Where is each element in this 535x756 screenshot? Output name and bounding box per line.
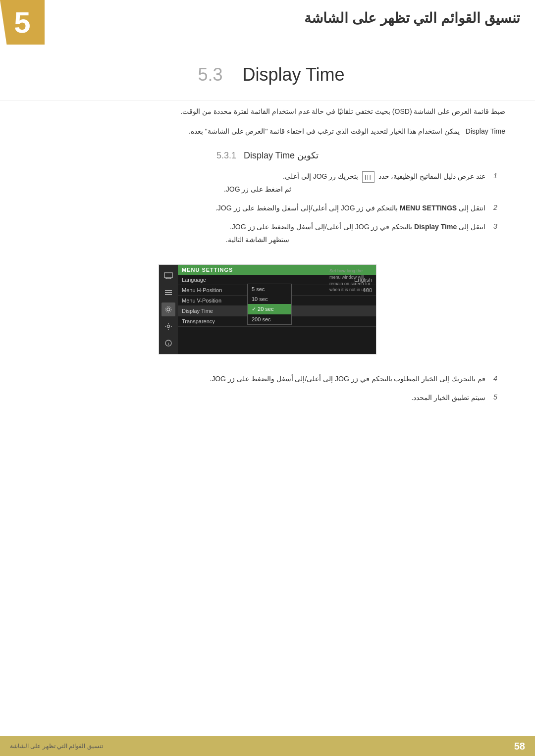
svg-rect-0 bbox=[164, 273, 172, 278]
osd-main-panel: MENU SETTINGS Language English Menu H-Po… bbox=[178, 265, 376, 354]
main-content: ضبط قائمة العرض على الشاشة (OSD) بحيث تخ… bbox=[0, 105, 535, 404]
step-text-4: قم بالتحريك إلى الخيار المطلوب بالتحكم ف… bbox=[30, 373, 485, 385]
svg-rect-5 bbox=[165, 292, 172, 293]
osd-icon-info: i bbox=[161, 336, 175, 350]
osd-dropdown-200sec: 200 sec bbox=[248, 314, 291, 324]
subsection-number: 5.3.1 bbox=[216, 151, 236, 161]
svg-point-7 bbox=[167, 308, 170, 311]
osd-item-transparency-label: Transparency bbox=[182, 318, 215, 324]
screenshot-wrapper: i MENU SETTINGS Language English Menu H-… bbox=[30, 254, 505, 364]
step-number-3: 3 bbox=[485, 221, 505, 246]
chapter-number: 5 bbox=[0, 0, 45, 45]
osd-hint-text: Set how long the menu window will remain… bbox=[326, 265, 376, 296]
step-number-4: 4 bbox=[485, 373, 505, 385]
osd-dropdown-20sec: ✓ 20 sec bbox=[248, 304, 291, 314]
chapter-header: تنسيق القوائم التي تظهر على الشاشة 5 bbox=[0, 0, 535, 45]
display-time-label: Display Time bbox=[466, 125, 505, 138]
step-5: 5 سيتم تطبيق الخيار المحدد. bbox=[30, 392, 505, 404]
svg-point-8 bbox=[165, 306, 171, 312]
section-title: 5.3 Display Time bbox=[0, 64, 535, 85]
subsection-title: تكوين Display Time bbox=[244, 150, 319, 161]
steps-list-2: 4 قم بالتحريك إلى الخيار المطلوب بالتحكم… bbox=[30, 373, 505, 404]
osd-sidebar: i bbox=[159, 265, 178, 354]
svg-rect-4 bbox=[165, 290, 172, 291]
jog-icon-1: ||| bbox=[362, 171, 374, 183]
intro-line2: Display Time يمكن استخدام هذا الخيار لتح… bbox=[30, 125, 505, 138]
section-name: Display Time bbox=[243, 64, 345, 85]
osd-icon-monitor bbox=[161, 269, 175, 283]
step-1: 1 عند عرض دليل المفاتيح الوظيفية، حدد ||… bbox=[30, 171, 505, 196]
step-number-2: 2 bbox=[485, 202, 505, 214]
osd-item-hpos-label: Menu H-Position bbox=[182, 287, 222, 293]
step-text-1: عند عرض دليل المفاتيح الوظيفية، حدد ||| … bbox=[30, 171, 485, 196]
osd-icon-settings bbox=[161, 302, 175, 316]
osd-dropdown: 5 sec 10 sec ✓ 20 sec 200 sec bbox=[247, 284, 292, 325]
step-3: 3 انتقل إلى Display Time بالتحكم في زر J… bbox=[30, 221, 505, 246]
step-1-subline: ثم اضغط على زر JOG. bbox=[30, 184, 485, 196]
divider bbox=[0, 100, 535, 101]
svg-rect-6 bbox=[165, 294, 172, 295]
svg-text:i: i bbox=[168, 342, 169, 346]
step-number-1: 1 bbox=[485, 171, 505, 196]
footer-label: تنسيق القوائم التي تظهر على الشاشة bbox=[10, 743, 103, 750]
step-text-2: انتقل إلى MENU SETTINGS بالتحكم في زر JO… bbox=[30, 202, 485, 214]
osd-icon-bars bbox=[161, 286, 175, 300]
osd-screenshot: i MENU SETTINGS Language English Menu H-… bbox=[159, 264, 376, 354]
footer-page-number: 58 bbox=[514, 741, 525, 752]
page-footer: تنسيق القوائم التي تظهر على الشاشة 58 bbox=[0, 736, 535, 756]
chapter-title: تنسيق القوائم التي تظهر على الشاشة bbox=[45, 0, 535, 36]
svg-point-9 bbox=[167, 325, 170, 328]
step-3-subline: ستظهر الشاشة التالية. bbox=[30, 234, 485, 246]
osd-dropdown-10sec: 10 sec bbox=[248, 294, 291, 304]
subsection-heading: 5.3.1 تكوين Display Time bbox=[30, 150, 505, 161]
section-number: 5.3 bbox=[198, 64, 222, 85]
osd-item-vpos-label: Menu V-Position bbox=[182, 298, 221, 303]
step-4: 4 قم بالتحريك إلى الخيار المطلوب بالتحكم… bbox=[30, 373, 505, 385]
step-number-5: 5 bbox=[485, 392, 505, 404]
intro-line1: ضبط قائمة العرض على الشاشة (OSD) بحيث تخ… bbox=[30, 105, 505, 118]
step-text-5: سيتم تطبيق الخيار المحدد. bbox=[30, 392, 485, 404]
step-text-3: انتقل إلى Display Time بالتحكم في زر JOG… bbox=[30, 221, 485, 246]
osd-item-language-label: Language bbox=[182, 277, 206, 283]
step-2: 2 انتقل إلى MENU SETTINGS بالتحكم في زر … bbox=[30, 202, 505, 214]
osd-item-displaytime-label: Display Time bbox=[182, 308, 213, 314]
osd-icon-gear bbox=[161, 319, 175, 333]
intro-line2-text: يمكن استخدام هذا الخيار لتحديد الوقت الذ… bbox=[189, 127, 460, 135]
osd-dropdown-5sec: 5 sec bbox=[248, 284, 291, 294]
steps-list: 1 عند عرض دليل المفاتيح الوظيفية، حدد ||… bbox=[30, 171, 505, 246]
